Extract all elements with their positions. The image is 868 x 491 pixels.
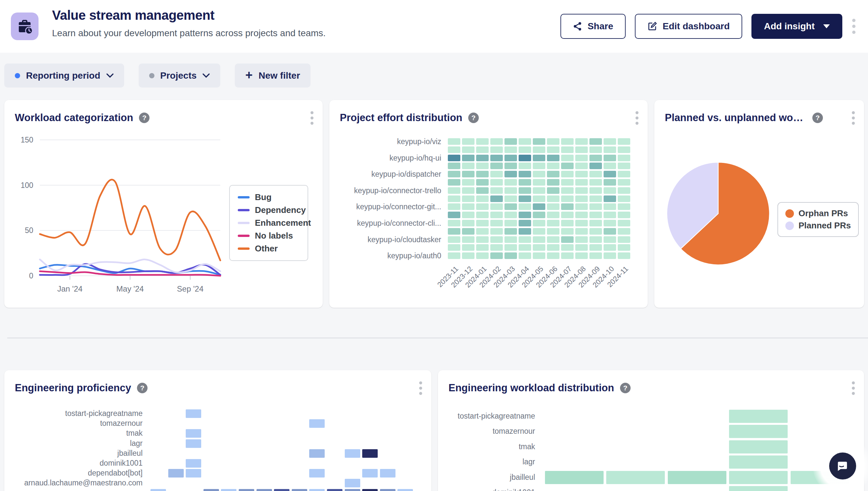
grid-cell (362, 449, 378, 458)
heatmap-cell (604, 179, 616, 185)
heatmap-cell (547, 220, 559, 226)
grid-row-label: lagr (4, 439, 143, 448)
svg-text:May '24: May '24 (116, 284, 144, 293)
add-insight-button[interactable]: Add insight (751, 14, 842, 39)
heatmap-cell (589, 187, 602, 194)
heatmap-cell (575, 138, 588, 145)
grid-row-label: tmak (438, 442, 535, 451)
heatmap-cell (504, 244, 517, 251)
heatmap-cell (533, 163, 545, 169)
heatmap-cell (547, 252, 559, 259)
heatmap-cell (476, 179, 489, 185)
svg-text:0: 0 (29, 271, 33, 280)
heatmap-cell (547, 196, 559, 202)
heatmap-cell (448, 196, 460, 202)
new-filter-button[interactable]: + New filter (235, 63, 310, 88)
help-icon[interactable]: ? (812, 113, 823, 123)
grid-row-label: arnaud.lachaume@maestrano.com (4, 479, 143, 487)
header-kebab-menu[interactable] (851, 18, 856, 35)
heatmap-cell (448, 203, 460, 210)
share-button[interactable]: Share (560, 14, 626, 39)
card-kebab-menu[interactable] (418, 380, 423, 396)
help-icon[interactable]: ? (620, 383, 631, 393)
blue-dot-icon (15, 73, 20, 78)
help-icon[interactable]: ? (468, 113, 479, 123)
heatmap-cell (504, 138, 517, 145)
grid-row-label: jbailleul (4, 449, 143, 458)
grid-row-label: tomazernour (4, 419, 143, 428)
heatmap-cell (561, 179, 573, 185)
heatmap-cell (575, 244, 588, 251)
pie-chart (666, 161, 771, 266)
card-header: Engineering workload distribution ? (448, 380, 856, 396)
chevron-down-icon (202, 74, 210, 78)
heatmap-cell (462, 138, 475, 145)
heatmap-cell (533, 203, 545, 210)
heatmap-cell (462, 155, 475, 161)
heatmap-cell (618, 179, 630, 185)
heatmap-cell (618, 155, 630, 161)
card-kebab-menu[interactable] (851, 110, 856, 126)
grid-row-label: jbailleul (438, 473, 535, 482)
heatmap-cell (519, 211, 531, 218)
heatmap-cell (575, 196, 588, 202)
heatmap-cell (604, 244, 616, 251)
help-icon[interactable]: ? (139, 113, 149, 123)
legend-item: Planned PRs (785, 220, 851, 232)
grid-cell (668, 471, 726, 484)
effort-heatmap: keypup-io/vizkeypup-io/hq-uikeypup-io/di… (329, 100, 648, 308)
heatmap-cell (504, 196, 517, 202)
heatmap-cell (589, 196, 602, 202)
card-kebab-menu[interactable] (851, 380, 856, 396)
card-kebab-menu[interactable] (310, 110, 314, 126)
filter-reporting-period-label: Reporting period (26, 70, 101, 81)
cards-row-1: Workload categorization ? 050100150Jan '… (4, 100, 864, 308)
heatmap-cell (561, 196, 573, 202)
add-insight-button-label: Add insight (764, 21, 815, 32)
heatmap-cell (504, 155, 517, 161)
heatmap-cell (547, 244, 559, 251)
heatmap-cell (561, 138, 573, 145)
heatmap-cell (504, 252, 517, 259)
heatmap-cell (448, 155, 460, 161)
grid-cell (729, 440, 788, 454)
heatmap-cell (589, 155, 602, 161)
share-icon (573, 21, 582, 31)
filter-projects[interactable]: Projects (139, 63, 221, 88)
heatmap-cell (462, 146, 475, 153)
legend-swatch (238, 248, 250, 250)
heatmap-cell (547, 171, 559, 177)
heatmap-cell (604, 146, 616, 153)
grid-cell (186, 409, 201, 418)
heatmap-cell (448, 138, 460, 145)
heatmap-cell (561, 163, 573, 169)
page-subtitle: Learn about your development patterns ac… (52, 28, 326, 38)
heatmap-cell (476, 220, 489, 226)
heatmap-cell (618, 196, 630, 202)
grid-row-label: dominik1001 (4, 459, 143, 468)
card-kebab-menu[interactable] (635, 110, 639, 126)
filter-reporting-period[interactable]: Reporting period (4, 63, 124, 88)
grid-cell (545, 471, 604, 484)
legend-label: Other (255, 243, 278, 254)
heatmap-row-label: keypup-io/connector-cli... (329, 219, 441, 228)
header-actions: Share Edit dashboard Add insight (560, 14, 856, 39)
grid-cell (239, 489, 254, 491)
edit-dashboard-button[interactable]: Edit dashboard (635, 14, 742, 39)
chat-icon (836, 459, 849, 473)
chat-widget-button[interactable] (829, 453, 856, 480)
grid-row-label: tostart-pickagreatname (438, 412, 535, 421)
legend-item: Enhancement (238, 216, 300, 229)
grid-cell (309, 449, 325, 458)
heatmap-cell (476, 211, 489, 218)
heatmap-cell (476, 196, 489, 202)
edit-icon (647, 21, 657, 31)
grid-cell (729, 425, 788, 438)
heatmap-cell (561, 220, 573, 226)
heatmap-cell (561, 187, 573, 194)
heatmap-cell (476, 187, 489, 194)
heatmap-cell (476, 146, 489, 153)
grid-cell (729, 486, 788, 491)
help-icon[interactable]: ? (137, 383, 147, 393)
heatmap-cell (533, 138, 545, 145)
